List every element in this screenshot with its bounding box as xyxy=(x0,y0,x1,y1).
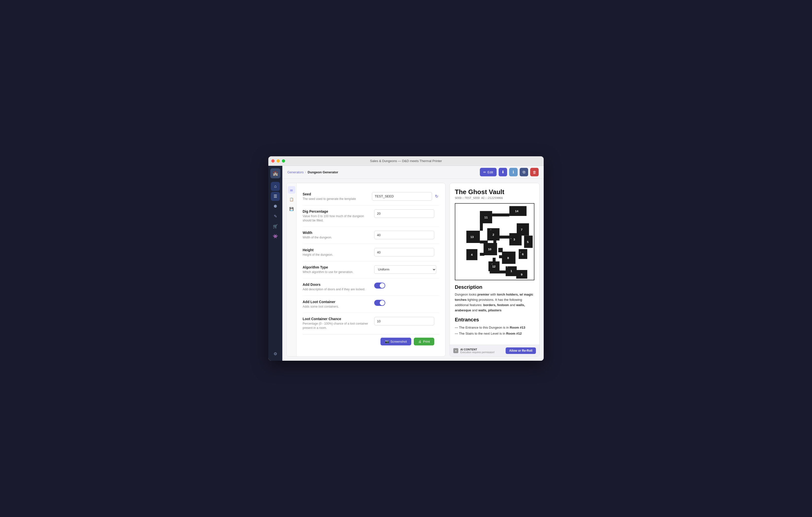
form-row-height: Height Height of the dungeon. xyxy=(302,244,439,261)
download-button[interactable]: ⬇ xyxy=(499,168,507,176)
loot-chance-input[interactable] xyxy=(374,317,434,325)
sidebar-item-shop[interactable]: 🛒 xyxy=(271,222,280,231)
svg-rect-31 xyxy=(493,240,496,244)
entrance2: — The Stairs to the next Level is in Roo… xyxy=(455,331,534,336)
print-button[interactable]: 🖨 Print xyxy=(414,338,434,346)
svg-rect-38 xyxy=(498,248,503,252)
width-input[interactable] xyxy=(374,231,434,239)
seed-description: The seed used to generate the template xyxy=(302,197,367,201)
svg-rect-34 xyxy=(480,253,484,256)
form-row-doors: Add Doors Add description of doors and i… xyxy=(302,278,439,296)
download-icon: ⬇ xyxy=(501,170,504,174)
preview-seed: SEED::TEST_SEED AI::212259066 xyxy=(455,196,534,200)
left-panel: ⚌ 📋 💾 Seed The seed used to generate the… xyxy=(286,183,445,357)
tab-clipboard[interactable]: 📋 xyxy=(288,196,295,203)
svg-rect-37 xyxy=(493,258,496,262)
svg-text:11: 11 xyxy=(484,216,488,219)
window-title: Sales & Dungeons — D&D meets Thermal Pri… xyxy=(370,159,442,163)
sidebar-item-monsters[interactable]: 👾 xyxy=(271,232,280,241)
loot-toggle-knob xyxy=(380,300,385,305)
ai-icon: ✦ xyxy=(453,348,458,353)
sidebar-item-campaigns[interactable]: ✎ xyxy=(271,212,280,221)
sidebar-item-home[interactable]: ⌂ xyxy=(271,182,280,191)
height-label: Height xyxy=(302,248,369,252)
preview-description: Dungeon looks premier with torch holders… xyxy=(455,292,534,313)
sidebar: 🏰 ⌂ ☰ ⚈ ✎ 🛒 👾 ⚙ xyxy=(268,166,282,361)
dig-input[interactable] xyxy=(374,210,434,218)
info-button[interactable]: ℹ xyxy=(509,168,518,176)
algorithm-select[interactable]: Uniform Random Walk BSP xyxy=(374,265,436,274)
monsters-icon: 👾 xyxy=(273,234,278,239)
topbar-actions: ✏ Edit ⬇ ℹ ⧉ 🗑 xyxy=(480,168,539,176)
dungeon-map: 14 11 7 2 xyxy=(455,203,534,280)
close-button[interactable] xyxy=(271,159,274,163)
sidebar-logo[interactable]: 🏰 xyxy=(270,168,280,178)
form-row-loot-chance: Loot Container Chance Percentage (0 - 10… xyxy=(302,313,439,334)
svg-text:7: 7 xyxy=(521,228,523,231)
camera-icon: 📷 xyxy=(385,339,389,344)
dig-label: Dig Percentage xyxy=(302,210,369,213)
width-label: Width xyxy=(302,231,369,235)
svg-rect-5 xyxy=(492,213,510,216)
entrances-title: Entrances xyxy=(455,317,534,323)
svg-rect-32 xyxy=(480,241,488,243)
form-row-dig: Dig Percentage Value from 0 to 100 how m… xyxy=(302,206,439,227)
pencil-icon: ✏ xyxy=(483,170,486,174)
delete-icon: 🗑 xyxy=(533,170,536,174)
svg-text:1: 1 xyxy=(511,269,512,273)
svg-text:9: 9 xyxy=(521,273,523,276)
settings-icon: ⚙ xyxy=(273,351,277,356)
svg-rect-35 xyxy=(499,255,503,258)
doors-label: Add Doors xyxy=(302,282,369,287)
screenshot-button[interactable]: 📷 Screenshot xyxy=(380,338,411,346)
delete-button[interactable]: 🗑 xyxy=(530,168,539,176)
right-panel: The Ghost Vault SEED::TEST_SEED AI::2122… xyxy=(450,183,540,357)
printer-icon: 🖨 xyxy=(418,339,422,344)
form-row-algorithm: Algorithm Type Which algorithm to use fo… xyxy=(302,261,439,278)
contacts-icon: ⚈ xyxy=(273,204,277,209)
dungeon-svg: 14 11 7 2 xyxy=(455,203,534,280)
loot-chance-description: Percentage (0 - 100%) chance of a loot c… xyxy=(302,322,369,330)
loot-label: Add Loot Container xyxy=(302,300,369,304)
edit-button[interactable]: ✏ Edit xyxy=(480,168,497,176)
svg-text:10: 10 xyxy=(488,247,492,251)
list-icon: ☰ xyxy=(273,194,277,199)
svg-text:6: 6 xyxy=(522,252,524,256)
svg-text:5: 5 xyxy=(527,240,529,243)
minimize-button[interactable] xyxy=(277,159,280,163)
loot-toggle[interactable] xyxy=(374,300,385,306)
svg-rect-33 xyxy=(497,236,510,239)
info-icon: ℹ xyxy=(513,170,514,174)
bottom-bar: 📷 Screenshot 🖨 Print xyxy=(302,334,439,349)
topbar: Generators › Dungeon Generator ✏ Edit ⬇ … xyxy=(282,166,544,179)
loot-chance-label: Loot Container Chance xyxy=(302,317,369,321)
height-input[interactable] xyxy=(374,248,434,256)
entrance1: — The Entrance to this Dungeon is in Roo… xyxy=(455,325,534,330)
sidebar-item-settings[interactable]: ⚙ xyxy=(271,349,280,358)
dig-description: Value from 0 to 100 how much of the dung… xyxy=(302,214,369,223)
doors-toggle[interactable] xyxy=(374,282,385,289)
seed-refresh-button[interactable]: ↻ xyxy=(434,193,439,200)
ai-banner-sub: Execution requires permission! xyxy=(460,351,495,354)
svg-rect-30 xyxy=(480,216,483,231)
tab-sliders[interactable]: ⚌ xyxy=(288,186,295,194)
breadcrumb-separator: › xyxy=(305,170,306,174)
breadcrumb-parent[interactable]: Generators xyxy=(287,170,303,174)
maximize-button[interactable] xyxy=(282,159,285,163)
tab-save[interactable]: 💾 xyxy=(288,205,295,213)
sidebar-item-contacts[interactable]: ⚈ xyxy=(271,202,280,211)
seed-input[interactable] xyxy=(372,192,432,201)
copy-icon: ⧉ xyxy=(523,170,525,174)
doors-toggle-knob xyxy=(380,283,385,288)
sidebar-item-generator[interactable]: ☰ xyxy=(271,192,280,201)
preview-content: The Ghost Vault SEED::TEST_SEED AI::2122… xyxy=(450,183,540,356)
doors-description: Add description of doors and if they are… xyxy=(302,287,369,292)
form-row-loot: Add Loot Container Adds some loot contai… xyxy=(302,296,439,313)
svg-text:8: 8 xyxy=(508,256,509,260)
height-description: Height of the dungeon. xyxy=(302,253,369,257)
svg-text:4: 4 xyxy=(471,253,472,256)
allow-reroll-button[interactable]: Allow or Re-Roll xyxy=(505,347,536,354)
shop-icon: 🛒 xyxy=(273,224,278,229)
titlebar: Sales & Dungeons — D&D meets Thermal Pri… xyxy=(268,156,544,166)
copy-button[interactable]: ⧉ xyxy=(520,168,528,176)
